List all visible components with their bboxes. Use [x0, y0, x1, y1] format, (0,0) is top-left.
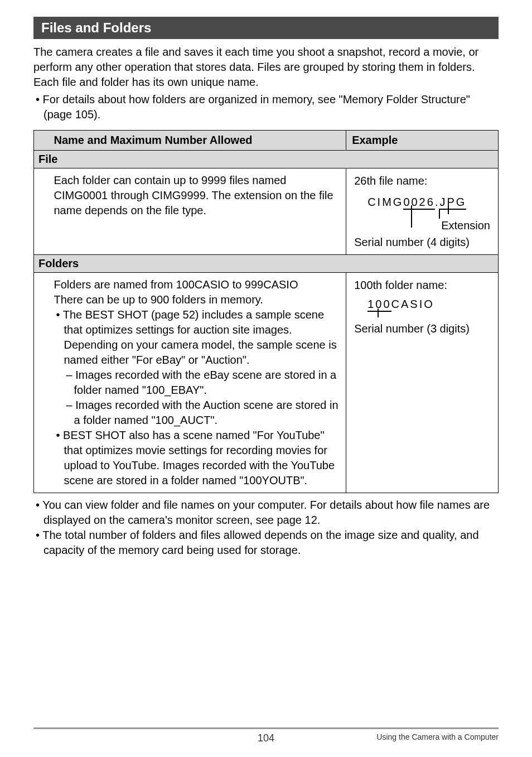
folders-dash-1: – Images recorded with the eBay scene ar… — [54, 368, 341, 398]
col-header-name: Name and Maximum Number Allowed — [49, 131, 346, 151]
intro-paragraph: The camera creates a file and saves it e… — [33, 45, 499, 90]
file-row: Each folder can contain up to 9999 files… — [34, 168, 499, 255]
folder-example-title: 100th folder name: — [354, 277, 490, 293]
page-footer: 104 Using the Camera with a Computer — [33, 727, 499, 741]
filename-ext: JPG — [439, 196, 466, 210]
files-folders-table: Name and Maximum Number Allowed Example … — [33, 130, 499, 493]
table-header-row: Name and Maximum Number Allowed Example — [34, 131, 499, 151]
footer-section-name: Using the Camera with a Computer — [376, 732, 499, 741]
folder-example: 100th folder name: 100CASIO Serial numbe… — [346, 273, 499, 493]
folder-suffix: CASIO — [391, 298, 434, 310]
after-bullet-2: • The total number of folders and files … — [33, 528, 499, 558]
file-example-filename: CIMG0026.JPG — [367, 194, 490, 210]
folders-bullet-2: • BEST SHOT also has a scene named "For … — [54, 428, 341, 488]
folder-example-name: 100CASIO — [367, 296, 490, 312]
col-header-example: Example — [346, 131, 499, 151]
folders-row: Folders are named from 100CASIO to 999CA… — [34, 273, 499, 493]
file-example-title: 26th file name: — [354, 173, 490, 189]
file-subheader: File — [34, 151, 499, 168]
file-description: Each folder can contain up to 9999 files… — [49, 168, 346, 255]
filename-prefix: CIMG — [367, 196, 403, 208]
extension-label: Extension — [441, 218, 490, 233]
intro-bullet: • For details about how folders are orga… — [33, 92, 499, 122]
folders-bullet-1: • The BEST SHOT (page 52) includes a sam… — [54, 307, 341, 368]
folders-description: Folders are named from 100CASIO to 999CA… — [49, 273, 346, 493]
folders-dash-2: – Images recorded with the Auction scene… — [54, 398, 341, 428]
folders-subheader: Folders — [34, 255, 499, 273]
folder-serial: 100 — [367, 298, 391, 312]
after-bullet-1: • You can view folder and file names on … — [33, 498, 499, 528]
folders-desc-2: There can be up to 900 folders in memory… — [54, 292, 341, 307]
page-number: 104 — [258, 732, 274, 744]
folders-desc-1: Folders are named from 100CASIO to 999CA… — [54, 277, 341, 292]
folder-serial-label: Serial number (3 digits) — [354, 321, 490, 336]
folders-label: Folders — [34, 255, 499, 273]
section-header: Files and Folders — [33, 17, 499, 39]
serial-label-file: Serial number (4 digits) — [354, 234, 490, 250]
filename-serial: 0026 — [403, 196, 435, 210]
after-notes: • You can view folder and file names on … — [33, 498, 499, 558]
file-label: File — [34, 151, 499, 168]
file-example: 26th file name: CIMG0026.JPG Extension S… — [346, 168, 499, 255]
